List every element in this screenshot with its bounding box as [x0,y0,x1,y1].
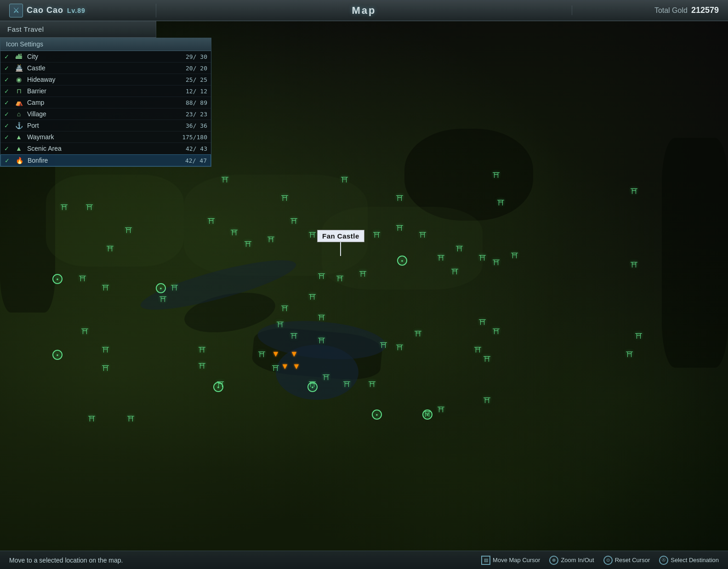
castle-marker-23[interactable]: ⛩ [479,254,486,262]
castle-marker-52[interactable]: ⛩ [369,381,376,389]
castle-marker-35[interactable]: ⛩ [318,314,325,322]
castle-marker-48[interactable]: ⛩ [318,337,325,345]
castle-marker-19[interactable]: ⛩ [396,224,404,233]
castle-marker-4[interactable]: ⛩ [497,199,505,207]
icon-count-2: 25/ 25 [171,76,207,83]
castle-marker-2[interactable]: ⛩ [341,176,348,184]
castle-marker-5[interactable]: ⛩ [493,171,500,180]
circle-marker-1[interactable]: ● [156,283,166,293]
castle-marker-26[interactable]: ⛩ [451,268,459,276]
castle-marker-10[interactable]: ⛩ [107,245,114,253]
castle-marker-18[interactable]: ⛩ [373,231,381,239]
castle-marker-24[interactable]: ⛩ [493,259,500,267]
castle-marker-30[interactable]: ⛩ [309,293,316,302]
icon-row-hideaway[interactable]: ✓◉Hideaway25/ 25 [0,74,211,85]
icon-row-waymark[interactable]: ✓▲Waymark175/180 [0,131,211,143]
castle-marker-7[interactable]: ⛩ [61,204,68,212]
reset-btn: ⊙ [603,556,613,565]
icon-check-2: ✓ [4,76,11,83]
castle-marker-57[interactable]: ⛩ [493,328,500,336]
castle-marker-1[interactable]: ⛩ [281,194,289,203]
castle-marker-22[interactable]: ⛩ [456,245,463,253]
castle-marker-0[interactable]: ⛩ [222,176,229,184]
castle-marker-34[interactable]: ⛩ [277,321,284,329]
icon-label-1: Castle [27,64,171,72]
icon-count-9: 42/ 47 [170,157,207,164]
castle-marker-58[interactable]: ⛩ [474,346,482,354]
castle-marker-46[interactable]: ⛩ [272,364,279,373]
castle-marker-42[interactable]: ⛩ [127,415,135,423]
icon-row-city[interactable]: ✓🏙City29/ 30 [0,51,211,63]
map-title: Map [352,5,376,17]
icon-row-port[interactable]: ✓⚓Port36/ 36 [0,120,211,131]
castle-marker-55[interactable]: ⛩ [415,330,422,338]
castle-marker-44[interactable]: ⛩ [199,362,206,370]
icon-row-village[interactable]: ✓⌂Village23/ 23 [0,108,211,120]
castle-marker-56[interactable]: ⛩ [479,319,486,327]
castle-marker-61[interactable]: ⛩ [483,397,491,405]
castle-marker-20[interactable]: ⛩ [419,231,427,239]
select-label: Select Destination [671,557,719,563]
castle-marker-33[interactable]: ⛩ [281,305,289,313]
icon-check-3: ✓ [4,88,11,95]
castle-marker-15[interactable]: ⛩ [290,217,298,226]
icon-row-bonfire[interactable]: ✓🔥Bonfire42/ 47 [0,154,211,166]
circle-marker-3[interactable]: ● [213,382,223,392]
castle-marker-54[interactable]: ⛩ [396,344,404,352]
castle-marker-6[interactable]: ⛩ [631,188,638,196]
castle-marker-45[interactable]: ⛩ [258,351,266,359]
castle-marker-31[interactable]: ⛩ [171,284,178,292]
orange-marker-1: ▼ [290,349,298,359]
circle-marker-6[interactable]: ● [372,410,382,420]
castle-marker-16[interactable]: ⛩ [309,231,316,239]
castle-marker-40[interactable]: ⛩ [102,364,109,373]
castle-marker-49[interactable]: ⛩ [323,374,330,382]
icon-row-barrier[interactable]: ✓⊓Barrier12/ 12 [0,85,211,97]
circle-marker-7[interactable]: ● [397,256,407,266]
castle-marker-27[interactable]: ⛩ [318,273,325,281]
castle-marker-59[interactable]: ⛩ [483,355,491,364]
icon-row-camp[interactable]: ✓⛺Camp88/ 89 [0,97,211,108]
icon-label-5: Village [27,110,171,118]
castle-marker-63[interactable]: ⛩ [635,332,643,341]
castle-marker-12[interactable]: ⛩ [231,229,238,237]
orange-marker-3: ▼ [292,362,301,371]
castle-marker-60[interactable]: ⛩ [438,406,445,414]
castle-marker-64[interactable]: ⛩ [626,351,633,359]
gold-label: Total Gold [654,6,688,15]
castle-marker-50[interactable]: ⛩ [343,381,351,389]
circle-marker-5[interactable]: ● [422,410,432,420]
icon-row-scenicarea[interactable]: ✓▲Scenic Area42/ 43 [0,143,211,154]
icon-label-3: Barrier [27,87,171,95]
castle-marker-38[interactable]: ⛩ [81,328,89,336]
castle-marker-21[interactable]: ⛩ [438,254,445,262]
castle-marker-3[interactable]: ⛩ [396,194,404,203]
castle-marker-29[interactable]: ⛩ [359,270,367,279]
reset-label: Reset Cursor [615,557,650,563]
castle-marker-39[interactable]: ⛩ [102,346,109,354]
icon-check-0: ✓ [4,53,11,60]
castle-marker-13[interactable]: ⛩ [245,240,252,249]
circle-marker-4[interactable]: ● [307,382,318,392]
castle-marker-32[interactable]: ⛩ [159,296,167,304]
castle-marker-25[interactable]: ⛩ [511,252,518,260]
castle-marker-11[interactable]: ⛩ [208,217,215,226]
castle-marker-62[interactable]: ⛩ [631,261,638,269]
castle-marker-41[interactable]: ⛩ [88,415,96,423]
circle-marker-2[interactable]: ● [52,350,63,360]
circle-marker-0[interactable]: ● [52,274,63,284]
castle-marker-36[interactable]: ⛩ [79,275,86,283]
castle-marker-53[interactable]: ⛩ [380,341,387,350]
castle-marker-14[interactable]: ⛩ [267,236,275,244]
castle-marker-9[interactable]: ⛩ [125,227,132,235]
castle-marker-8[interactable]: ⛩ [86,204,93,212]
icon-symbol-0: 🏙 [13,53,24,60]
castle-marker-37[interactable]: ⛩ [102,284,109,292]
castle-marker-43[interactable]: ⛩ [199,346,206,354]
icon-symbol-7: ▲ [13,133,24,141]
icon-row-castle[interactable]: ✓🏯Castle20/ 20 [0,63,211,74]
icon-check-8: ✓ [4,145,11,152]
castle-marker-28[interactable]: ⛩ [336,275,344,283]
icon-symbol-8: ▲ [13,145,24,152]
castle-marker-47[interactable]: ⛩ [290,332,298,341]
